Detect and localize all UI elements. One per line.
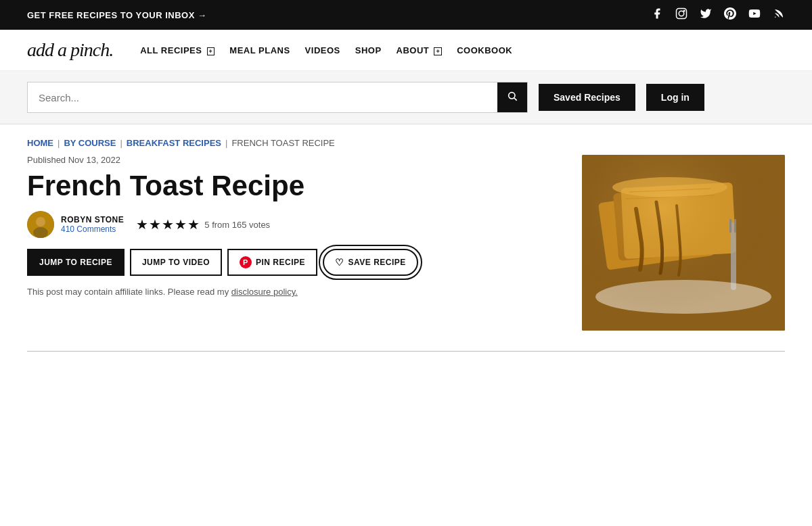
pinterest-nav-icon[interactable] bbox=[724, 7, 736, 23]
svg-line-6 bbox=[514, 98, 517, 101]
disclosure-link[interactable]: disclosure policy. bbox=[231, 287, 298, 297]
social-icons bbox=[651, 7, 785, 23]
login-button[interactable]: Log in bbox=[646, 84, 704, 111]
svg-rect-21 bbox=[582, 155, 785, 331]
nav-shop[interactable]: SHOP bbox=[355, 44, 382, 56]
main-content-row: Published Nov 13, 2022 French Toast Reci… bbox=[27, 155, 785, 331]
pinterest-btn-icon: P bbox=[240, 256, 252, 268]
breadcrumb-sep-3: | bbox=[225, 138, 227, 148]
breadcrumb-sep-1: | bbox=[58, 138, 60, 148]
svg-point-2 bbox=[683, 10, 685, 11]
save-recipe-button[interactable]: ♡ SAVE RECIPE bbox=[323, 249, 418, 276]
content-area: HOME | BY COURSE | BREAKFAST RECIPES | F… bbox=[0, 124, 812, 372]
svg-point-4 bbox=[775, 16, 776, 18]
site-logo[interactable]: add a pinch. bbox=[27, 39, 113, 61]
svg-point-8 bbox=[36, 217, 45, 226]
twitter-icon[interactable] bbox=[700, 7, 712, 23]
search-button[interactable] bbox=[497, 82, 527, 112]
jump-to-recipe-button[interactable]: JUMP TO RECIPE bbox=[27, 249, 125, 276]
breadcrumb: HOME | BY COURSE | BREAKFAST RECIPES | F… bbox=[27, 138, 785, 148]
svg-point-1 bbox=[679, 11, 684, 16]
rss-icon[interactable] bbox=[773, 7, 785, 23]
author-comments-link[interactable]: 410 Comments bbox=[61, 224, 124, 234]
nav-videos[interactable]: VIDEOS bbox=[305, 44, 340, 56]
facebook-icon[interactable] bbox=[651, 7, 663, 23]
rating-row: ★★★★★ 5 from 165 votes bbox=[136, 216, 270, 233]
author-avatar bbox=[27, 211, 54, 238]
svg-point-9 bbox=[33, 227, 48, 238]
recipe-title: French Toast Recipe bbox=[27, 170, 555, 201]
action-buttons: JUMP TO RECIPE JUMP TO VIDEO P PIN RECIP… bbox=[27, 249, 555, 276]
bottom-divider bbox=[27, 351, 785, 352]
saved-recipes-button[interactable]: Saved Recipes bbox=[539, 84, 635, 111]
breadcrumb-home[interactable]: HOME bbox=[27, 138, 53, 148]
breadcrumb-sep-2: | bbox=[120, 138, 122, 148]
search-input[interactable] bbox=[28, 84, 497, 112]
recipe-info-left: Published Nov 13, 2022 French Toast Reci… bbox=[27, 155, 555, 297]
author-info: ROBYN STONE 410 Comments bbox=[61, 215, 124, 234]
published-date: Published Nov 13, 2022 bbox=[27, 155, 555, 165]
heart-icon: ♡ bbox=[335, 257, 344, 268]
recipe-image-inner bbox=[582, 155, 785, 331]
pin-recipe-button[interactable]: P PIN RECIPE bbox=[227, 249, 317, 276]
nav-meal-plans[interactable]: MEAL PLANS bbox=[229, 44, 290, 56]
nav-links: ALL RECIPES + MEAL PLANS VIDEOS SHOP ABO… bbox=[140, 44, 512, 56]
star-rating[interactable]: ★★★★★ bbox=[136, 216, 200, 233]
breadcrumb-breakfast[interactable]: BREAKFAST RECIPES bbox=[127, 138, 221, 148]
nav-all-recipes[interactable]: ALL RECIPES + bbox=[140, 44, 215, 56]
author-row: ROBYN STONE 410 Comments ★★★★★ 5 from 16… bbox=[27, 211, 555, 238]
youtube-icon[interactable] bbox=[748, 7, 761, 23]
affiliate-notice: This post may contain affiliate links. P… bbox=[27, 287, 555, 297]
author-name: ROBYN STONE bbox=[61, 215, 124, 224]
breadcrumb-current: FRENCH TOAST RECIPE bbox=[231, 138, 334, 148]
instagram-icon[interactable] bbox=[675, 7, 687, 23]
svg-rect-0 bbox=[677, 8, 687, 18]
jump-to-video-button[interactable]: JUMP TO VIDEO bbox=[130, 249, 222, 276]
nav-about[interactable]: ABOUT + bbox=[397, 44, 443, 56]
search-input-wrap bbox=[27, 82, 528, 113]
svg-point-5 bbox=[509, 93, 515, 99]
breadcrumb-by-course[interactable]: BY COURSE bbox=[64, 138, 116, 148]
top-bar: GET FREE RECIPES TO YOUR INBOX → bbox=[0, 0, 812, 30]
search-bar-area: Saved Recipes Log in bbox=[0, 71, 812, 124]
promo-text[interactable]: GET FREE RECIPES TO YOUR INBOX → bbox=[27, 10, 206, 20]
main-nav: add a pinch. ALL RECIPES + MEAL PLANS VI… bbox=[0, 30, 812, 71]
recipe-image bbox=[582, 155, 785, 331]
nav-cookbook[interactable]: COOKBOOK bbox=[457, 44, 512, 56]
rating-text: 5 from 165 votes bbox=[204, 220, 270, 230]
